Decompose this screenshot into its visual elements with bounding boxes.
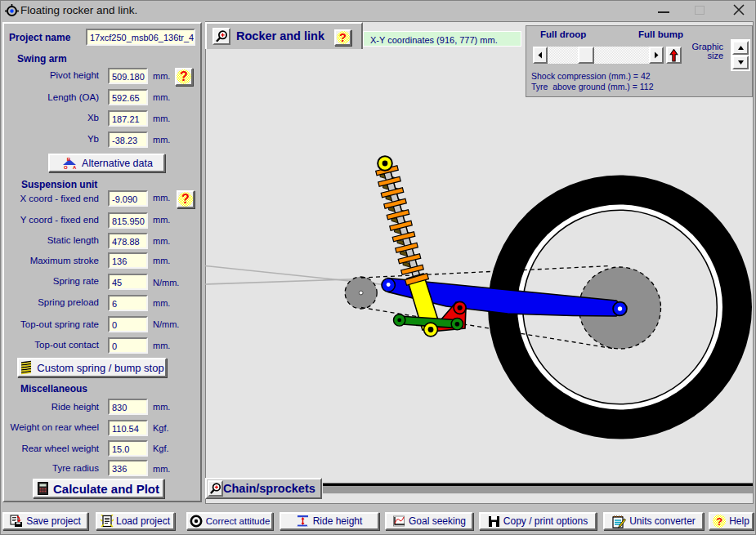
svg-text:B: B	[67, 157, 71, 162]
svg-text:O: O	[64, 165, 68, 170]
svg-text:A: A	[73, 165, 77, 170]
